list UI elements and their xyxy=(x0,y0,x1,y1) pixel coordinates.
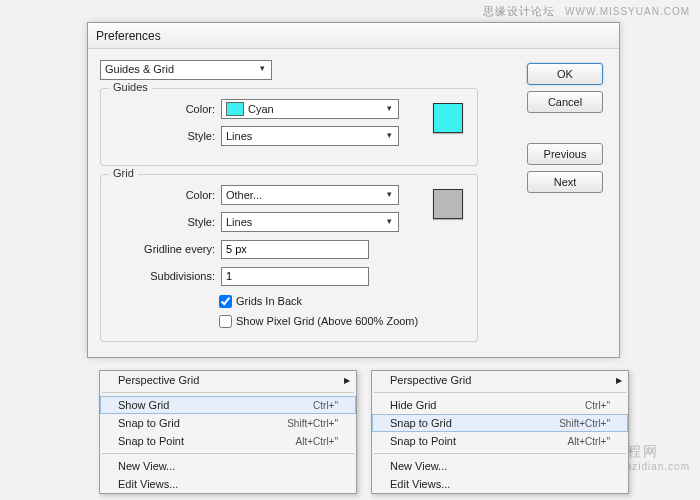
subdivisions-label: Subdivisions: xyxy=(111,270,221,282)
menu-separator xyxy=(374,392,626,393)
grid-groupbox: Grid Color: Other... Style: Lines Gridli… xyxy=(100,174,478,342)
watermark-top: 思缘设计论坛 WWW.MISSYUAN.COM xyxy=(483,4,690,19)
grid-color-label: Color: xyxy=(111,189,221,201)
menu-item-new-view[interactable]: New View... xyxy=(100,457,356,475)
menu-separator xyxy=(102,392,354,393)
show-pixel-grid-label: Show Pixel Grid (Above 600% Zoom) xyxy=(236,315,418,327)
guides-style-label: Style: xyxy=(111,130,221,142)
show-pixel-grid-checkbox[interactable] xyxy=(219,315,232,328)
guides-color-label: Color: xyxy=(111,103,221,115)
grid-color-swatch[interactable] xyxy=(433,189,463,219)
menu-shortcut: Alt+Ctrl+" xyxy=(296,436,338,447)
grid-title: Grid xyxy=(109,167,138,179)
context-menu-right: Perspective Grid ▶ Hide Grid Ctrl+" Snap… xyxy=(371,370,629,494)
menu-item-snap-to-point[interactable]: Snap to Point Alt+Ctrl+" xyxy=(372,432,628,450)
subdivisions-input[interactable] xyxy=(221,267,369,286)
preferences-dialog: Preferences Guides & Grid Guides Color: … xyxy=(87,22,620,358)
grids-in-back-checkbox[interactable] xyxy=(219,295,232,308)
submenu-arrow-icon: ▶ xyxy=(616,376,622,385)
menu-item-edit-views[interactable]: Edit Views... xyxy=(372,475,628,493)
menu-item-perspective-grid[interactable]: Perspective Grid ▶ xyxy=(100,371,356,389)
menu-item-show-grid[interactable]: Show Grid Ctrl+" xyxy=(100,396,356,414)
cyan-swatch-icon xyxy=(226,102,244,116)
section-dropdown[interactable]: Guides & Grid xyxy=(100,60,272,80)
previous-button[interactable]: Previous xyxy=(527,143,603,165)
guides-color-swatch[interactable] xyxy=(433,103,463,133)
grid-color-dropdown[interactable]: Other... xyxy=(221,185,399,205)
menu-item-snap-to-grid[interactable]: Snap to Grid Shift+Ctrl+" xyxy=(372,414,628,432)
ok-button[interactable]: OK xyxy=(527,63,603,85)
menu-item-hide-grid[interactable]: Hide Grid Ctrl+" xyxy=(372,396,628,414)
cancel-button[interactable]: Cancel xyxy=(527,91,603,113)
submenu-arrow-icon: ▶ xyxy=(344,376,350,385)
menu-separator xyxy=(102,453,354,454)
menu-shortcut: Ctrl+" xyxy=(313,400,338,411)
guides-title: Guides xyxy=(109,81,152,93)
menu-separator xyxy=(374,453,626,454)
menu-item-new-view[interactable]: New View... xyxy=(372,457,628,475)
gridline-every-label: Gridline every: xyxy=(111,243,221,255)
dialog-title: Preferences xyxy=(88,23,619,49)
grids-in-back-label: Grids In Back xyxy=(236,295,302,307)
menu-shortcut: Ctrl+" xyxy=(585,400,610,411)
menu-item-snap-to-grid[interactable]: Snap to Grid Shift+Ctrl+" xyxy=(100,414,356,432)
grid-style-dropdown[interactable]: Lines xyxy=(221,212,399,232)
menu-item-snap-to-point[interactable]: Snap to Point Alt+Ctrl+" xyxy=(100,432,356,450)
menu-item-edit-views[interactable]: Edit Views... xyxy=(100,475,356,493)
next-button[interactable]: Next xyxy=(527,171,603,193)
menu-item-perspective-grid[interactable]: Perspective Grid ▶ xyxy=(372,371,628,389)
menu-shortcut: Shift+Ctrl+" xyxy=(559,418,610,429)
menu-shortcut: Shift+Ctrl+" xyxy=(287,418,338,429)
grid-style-label: Style: xyxy=(111,216,221,228)
gridline-every-input[interactable] xyxy=(221,240,369,259)
guides-color-dropdown[interactable]: Cyan xyxy=(221,99,399,119)
guides-style-dropdown[interactable]: Lines xyxy=(221,126,399,146)
menu-shortcut: Alt+Ctrl+" xyxy=(568,436,610,447)
context-menu-left: Perspective Grid ▶ Show Grid Ctrl+" Snap… xyxy=(99,370,357,494)
button-column: OK Cancel Previous Next xyxy=(527,63,603,193)
guides-groupbox: Guides Color: Cyan Style: Lines xyxy=(100,88,478,166)
